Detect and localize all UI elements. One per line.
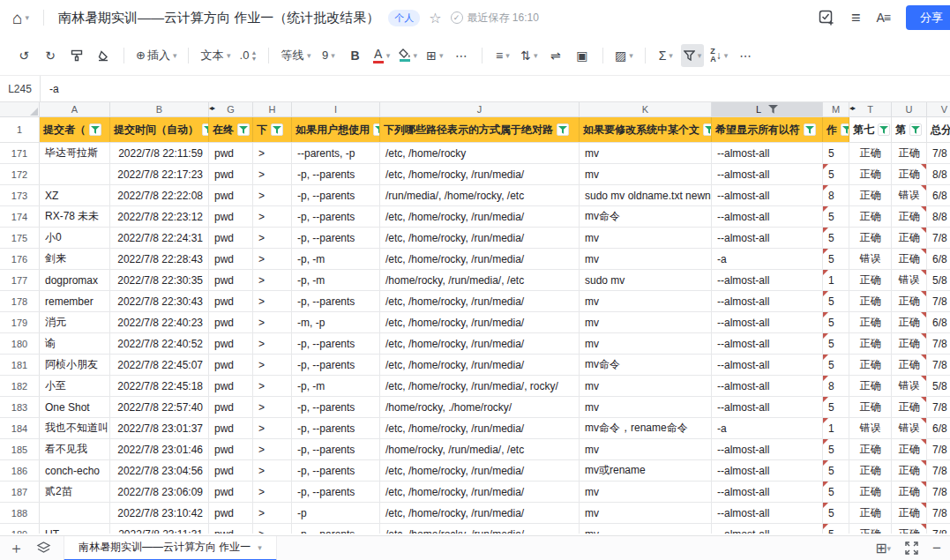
cell-V173[interactable]: 6/8: [927, 185, 950, 205]
cell-T181[interactable]: 正确: [849, 355, 892, 375]
cell-I186[interactable]: -p, --parents: [292, 460, 380, 481]
clear-format-icon[interactable]: [92, 44, 115, 67]
cell-H174[interactable]: >: [253, 206, 292, 227]
fullscreen-icon[interactable]: [905, 541, 918, 555]
row-header[interactable]: 189: [0, 524, 40, 534]
cell-T188[interactable]: 正确: [849, 503, 892, 523]
filter-icon[interactable]: [878, 123, 890, 136]
cell-K182[interactable]: mv: [580, 376, 712, 396]
filter-icon[interactable]: [373, 123, 380, 136]
header-cell-V1[interactable]: 总分: [927, 117, 950, 142]
cell-M189[interactable]: 5: [823, 524, 849, 534]
cell-I187[interactable]: -p, --parents: [292, 482, 380, 502]
cell-L176[interactable]: -a: [712, 249, 823, 269]
header-cell-K1[interactable]: 如果要修改系统中某个文: [580, 117, 712, 142]
cell-G179[interactable]: pwd: [209, 312, 253, 332]
cell-H185[interactable]: >: [253, 439, 292, 459]
cell-B178[interactable]: 2022/7/8 22:30:43: [110, 291, 209, 311]
cell-I177[interactable]: -p, -m: [292, 270, 380, 290]
cell-J188[interactable]: /etc, /home/rocky, /run/media/: [380, 503, 580, 523]
cell-K178[interactable]: mv: [580, 291, 712, 311]
cell-U183[interactable]: 正确: [892, 397, 927, 417]
number-format-select[interactable]: 文本 ▾: [198, 44, 233, 67]
cell-K172[interactable]: mv: [580, 164, 712, 184]
cell-G184[interactable]: pwd: [209, 418, 253, 438]
cell-M187[interactable]: 5: [823, 482, 849, 502]
cell-V180[interactable]: 7/8: [927, 333, 950, 354]
cell-K176[interactable]: mv: [580, 249, 712, 269]
cell-G182[interactable]: pwd: [209, 376, 253, 396]
cell-M180[interactable]: 5: [823, 333, 849, 354]
cell-U178[interactable]: 正确: [892, 291, 927, 311]
cell-U185[interactable]: 正确: [892, 439, 927, 459]
cell-G186[interactable]: pwd: [209, 460, 253, 481]
cell-B173[interactable]: 2022/7/8 22:22:08: [110, 185, 209, 205]
font-size-select[interactable]: 9 ▾: [317, 44, 340, 67]
cell-G188[interactable]: pwd: [209, 503, 253, 523]
cell-I171[interactable]: --parents, -p: [292, 143, 380, 163]
cell-H183[interactable]: >: [253, 397, 292, 417]
cell-I180[interactable]: -p, --parents: [292, 333, 380, 354]
cell-L187[interactable]: --almost-all: [712, 482, 823, 502]
cell-H184[interactable]: >: [253, 418, 292, 438]
row-header[interactable]: 174: [0, 206, 40, 227]
cell-H179[interactable]: >: [253, 312, 292, 332]
cell-B181[interactable]: 2022/7/8 22:45:07: [110, 355, 209, 375]
cell-B182[interactable]: 2022/7/8 22:45:18: [110, 376, 209, 396]
cell-V183[interactable]: 7/8: [927, 397, 950, 417]
cell-V177[interactable]: 5/8: [927, 270, 950, 290]
cell-A186[interactable]: conch-echo: [40, 460, 110, 481]
column-header-H[interactable]: H: [253, 102, 292, 116]
bold-button[interactable]: B: [343, 44, 366, 67]
cell-B174[interactable]: 2022/7/8 22:23:12: [110, 206, 209, 227]
cell-M188[interactable]: 5: [823, 503, 849, 523]
cell-G174[interactable]: pwd: [209, 206, 253, 227]
hidden-columns-icon[interactable]: ◂▸: [849, 104, 855, 112]
cell-H171[interactable]: >: [253, 143, 292, 163]
cell-U171[interactable]: 正确: [892, 143, 927, 163]
cell-T171[interactable]: 正确: [849, 143, 892, 163]
header-cell-T1[interactable]: 第七: [849, 117, 892, 142]
cell-G183[interactable]: pwd: [209, 397, 253, 417]
cell-B189[interactable]: 2022/7/8 23:11:31: [110, 524, 209, 534]
cell-U172[interactable]: 正确: [892, 164, 927, 184]
cell-U187[interactable]: 正确: [892, 482, 927, 502]
star-icon[interactable]: ☆: [429, 10, 441, 26]
header-cell-J1[interactable]: 下列哪些路径表示的方式属于绝对路: [380, 117, 580, 142]
cell-L175[interactable]: --almost-all: [712, 228, 823, 248]
column-header-T[interactable]: T: [849, 102, 892, 116]
cell-M176[interactable]: 5: [823, 249, 849, 269]
cell-L186[interactable]: --almost-all: [712, 460, 823, 481]
cell-V187[interactable]: 7/8: [927, 482, 950, 502]
filter-icon[interactable]: [703, 123, 712, 136]
cell-B171[interactable]: 2022/7/8 22:11:59: [110, 143, 209, 163]
column-header-K[interactable]: K: [580, 102, 712, 116]
row-header[interactable]: 188: [0, 503, 40, 523]
cell-J185[interactable]: /home/rocky, /run/media/, /etc: [380, 439, 580, 459]
cell-K174[interactable]: mv命令: [580, 206, 712, 227]
cell-A182[interactable]: 小至: [40, 376, 110, 396]
cell-H189[interactable]: >: [253, 524, 292, 534]
cell-A175[interactable]: 小0: [40, 228, 110, 248]
cell-A178[interactable]: remember: [40, 291, 110, 311]
hidden-columns-icon[interactable]: ◂▸: [209, 104, 214, 112]
row-header[interactable]: 173: [0, 185, 40, 205]
cell-style-button[interactable]: ▨ ▾: [612, 44, 636, 67]
cell-I188[interactable]: -p: [292, 503, 380, 523]
share-button[interactable]: 分享: [906, 5, 950, 30]
cell-H182[interactable]: >: [253, 376, 292, 396]
cell-B183[interactable]: 2022/7/8 22:57:40: [110, 397, 209, 417]
cell-A187[interactable]: 贰2苗: [40, 482, 110, 502]
cell-I175[interactable]: -p, --parents: [292, 228, 380, 248]
cell-M181[interactable]: 5: [823, 355, 849, 375]
cell-L181[interactable]: --almost-all: [712, 355, 823, 375]
cell-K177[interactable]: sudo mv: [580, 270, 712, 290]
filter-icon[interactable]: [202, 123, 209, 136]
cell-M177[interactable]: 1: [823, 270, 849, 290]
cell-J172[interactable]: /etc, /home/rocky, /run/media/: [380, 164, 580, 184]
cell-J187[interactable]: /etc, /home/rocky, /run/media/: [380, 482, 580, 502]
row-header[interactable]: 185: [0, 439, 40, 459]
cell-B184[interactable]: 2022/7/8 23:01:37: [110, 418, 209, 438]
borders-button[interactable]: ⊞ ▾: [423, 44, 446, 67]
more-format-icon[interactable]: ⋯: [450, 44, 473, 67]
